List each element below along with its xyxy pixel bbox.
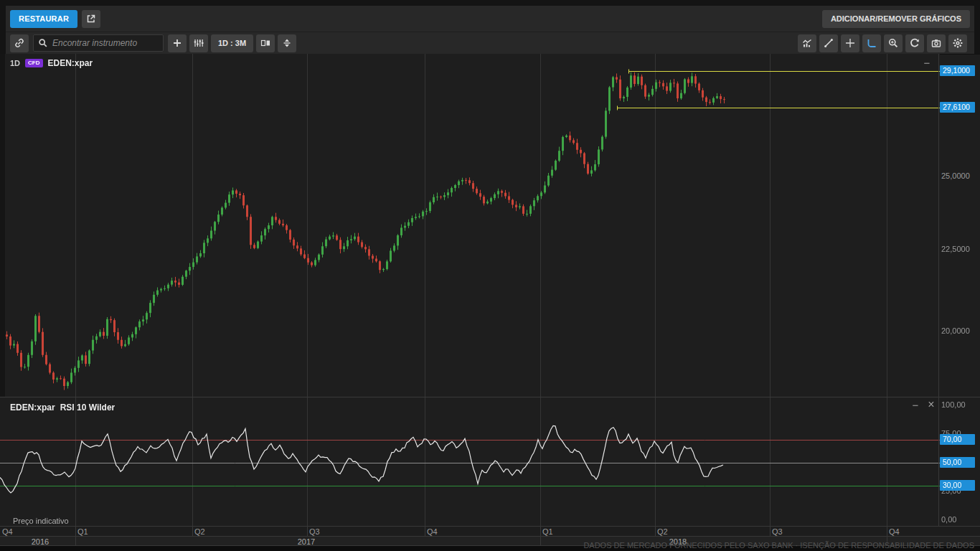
quarter-label: Q1 (542, 527, 553, 536)
rsi-symbol-label: EDEN:xpar (10, 402, 55, 413)
price-tick-label: 20,0000 (941, 326, 970, 335)
quarter-label: Q2 (194, 527, 205, 536)
quarter-label: Q4 (889, 527, 900, 536)
rsi-level-badge[interactable]: 70,00 (940, 434, 975, 445)
quarter-separator (425, 527, 425, 536)
restore-button[interactable]: RESTAURAR (10, 10, 77, 28)
rsi-tick-label: 100,00 (941, 400, 966, 409)
search-icon (34, 38, 51, 48)
gear-icon (952, 37, 963, 49)
quarter-separator (540, 527, 541, 536)
link-instrument-button[interactable] (10, 34, 29, 52)
curve-tool-button[interactable] (862, 34, 881, 52)
main-pane-collapse-button[interactable]: − (921, 59, 933, 69)
rsi-indicator-label: RSI 10 Wilder (60, 402, 116, 413)
cfd-badge: CFD (25, 59, 42, 67)
open-in-new-window-button[interactable] (82, 10, 100, 28)
main-pane-header: 1D CFD EDEN:xpar (10, 58, 93, 68)
layout-icon (260, 37, 271, 49)
chart-toolbar: 1D : 3M (6, 32, 974, 54)
instrument-search (33, 34, 164, 52)
rsi-level-badge[interactable]: 30,00 (940, 480, 975, 491)
add-icon (171, 37, 183, 49)
add-instrument-button[interactable] (168, 34, 187, 52)
quarter-label: Q4 (427, 527, 438, 536)
quarter-separator (770, 527, 771, 536)
quarter-label: Q3 (309, 527, 320, 536)
rsi-tick-label: 0,00 (941, 515, 956, 524)
timeframe-label: 1D (10, 59, 20, 67)
settings-button[interactable] (948, 34, 967, 52)
market-data-disclaimer: DADOS DE MERCADO FORNECIDOS PELO SAXO BA… (583, 541, 974, 550)
price-tick-label: 22,5000 (941, 245, 970, 253)
split-panes-button[interactable] (278, 34, 296, 52)
pane-divider[interactable] (0, 397, 980, 397)
price-annotation-badge[interactable]: 27,6100 (940, 102, 975, 113)
chart-type-icon (801, 37, 813, 49)
window-header: RESTAURAR ADICIONAR/REMOVER GRÁFICOS (6, 6, 974, 32)
snapshot-button[interactable] (927, 34, 946, 52)
price-annotation-badge[interactable]: 29,1000 (940, 65, 975, 76)
quarter-separator (655, 527, 656, 536)
add-remove-charts-button[interactable]: ADICIONAR/REMOVER GRÁFICOS (822, 10, 970, 28)
rsi-collapse-button[interactable]: − (910, 401, 921, 411)
curve-icon (866, 37, 877, 49)
camera-icon (930, 37, 942, 49)
chart-area: 1D CFD EDEN:xpar − EDEN:xpar RSI 10 Wild… (0, 54, 980, 551)
crosshair-icon (844, 37, 856, 49)
interval-button[interactable]: 1D : 3M (211, 34, 253, 52)
link-icon (14, 37, 25, 49)
time-axis-quarters[interactable]: Q4Q1Q2Q3Q4Q1Q2Q3Q4 (0, 526, 980, 536)
quarter-separator (887, 527, 887, 536)
crosshair-button[interactable] (841, 34, 859, 52)
indicative-price-label: Preço indicativo (13, 517, 69, 525)
year-label: 2017 (291, 537, 322, 546)
quarter-label: Q4 (2, 527, 13, 536)
zoom-in-icon (887, 37, 899, 49)
price-axis-border (938, 54, 939, 546)
year-separator (75, 537, 76, 545)
price-chart-canvas[interactable] (0, 54, 940, 397)
indicators-button[interactable] (189, 34, 208, 52)
search-input[interactable] (51, 35, 163, 51)
year-separator (540, 537, 541, 545)
instrument-symbol: EDEN:xpar (48, 58, 93, 68)
quarter-label: Q3 (772, 527, 783, 536)
quarter-separator (307, 527, 308, 536)
price-tick-label: 25,0000 (941, 171, 970, 180)
quarter-separator (192, 527, 193, 536)
rsi-chart-canvas[interactable] (0, 397, 940, 526)
trendline-button[interactable] (819, 34, 838, 52)
quarter-label: Q1 (77, 527, 88, 536)
rsi-pane-header: EDEN:xpar RSI 10 Wilder (10, 402, 115, 413)
refresh-button[interactable] (905, 34, 924, 52)
rsi-level-badge[interactable]: 50,00 (940, 457, 975, 468)
zoom-in-button[interactable] (884, 34, 903, 52)
layout-button[interactable] (256, 34, 275, 52)
trendline-icon (823, 37, 834, 49)
trading-chart-window: RESTAURAR ADICIONAR/REMOVER GRÁFICOS (0, 0, 980, 551)
rsi-close-button[interactable]: × (925, 400, 937, 410)
quarter-label: Q2 (657, 527, 668, 536)
external-link-icon (85, 13, 97, 24)
split-icon (281, 37, 293, 49)
year-label: 2016 (24, 537, 56, 546)
chart-type-button[interactable] (798, 34, 816, 52)
refresh-icon (909, 37, 920, 49)
quarter-separator (75, 527, 76, 536)
indicators-icon (193, 37, 204, 49)
